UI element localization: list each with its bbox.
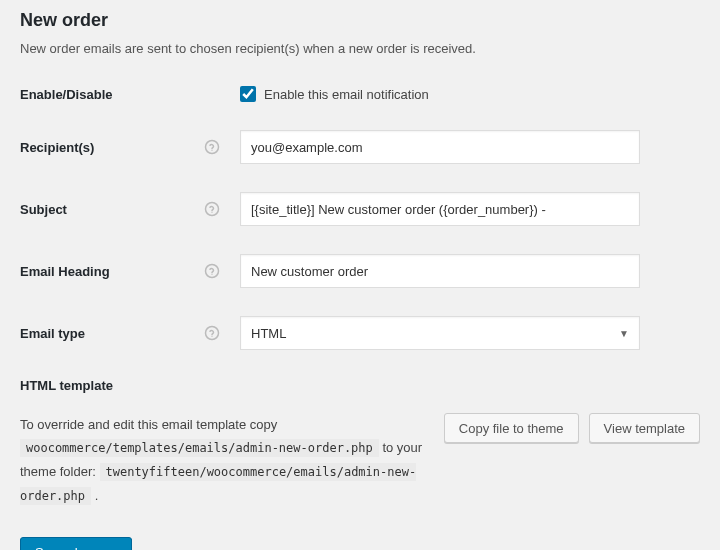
svg-point-0: [206, 141, 219, 154]
help-icon[interactable]: [204, 325, 220, 341]
template-text-prefix: To override and edit this email template…: [20, 417, 277, 432]
enable-checkbox-label: Enable this email notification: [264, 87, 429, 102]
subject-label: Subject: [20, 202, 67, 217]
recipients-input[interactable]: [240, 130, 640, 164]
template-text-period: .: [95, 488, 99, 503]
template-source-path: woocommerce/templates/emails/admin-new-o…: [20, 439, 379, 457]
svg-point-5: [211, 274, 212, 275]
view-template-button[interactable]: View template: [589, 413, 700, 443]
help-icon[interactable]: [204, 263, 220, 279]
heading-input[interactable]: [240, 254, 640, 288]
svg-point-3: [211, 212, 212, 213]
help-icon[interactable]: [204, 201, 220, 217]
enable-checkbox[interactable]: [240, 86, 256, 102]
subject-input[interactable]: [240, 192, 640, 226]
template-instructions: To override and edit this email template…: [20, 413, 424, 507]
svg-point-4: [206, 265, 219, 278]
recipients-label: Recipient(s): [20, 140, 94, 155]
type-label: Email type: [20, 326, 85, 341]
page-title: New order: [20, 10, 700, 31]
svg-point-1: [211, 150, 212, 151]
email-type-select[interactable]: HTML ▼: [240, 316, 640, 350]
svg-point-2: [206, 203, 219, 216]
svg-point-6: [206, 327, 219, 340]
email-type-value: HTML: [251, 326, 286, 341]
caret-down-icon: ▼: [619, 328, 629, 339]
template-section-header: HTML template: [20, 378, 700, 393]
page-description: New order emails are sent to chosen reci…: [20, 41, 700, 56]
copy-file-button[interactable]: Copy file to theme: [444, 413, 579, 443]
svg-point-7: [211, 336, 212, 337]
save-button[interactable]: Save changes: [20, 537, 132, 550]
enable-label: Enable/Disable: [20, 87, 112, 102]
heading-label: Email Heading: [20, 264, 110, 279]
help-icon[interactable]: [204, 139, 220, 155]
